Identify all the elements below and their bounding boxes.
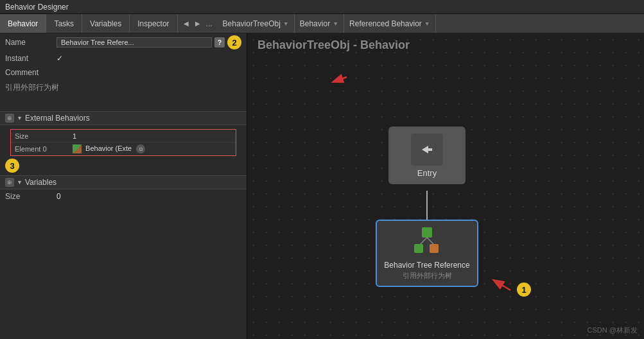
variables-search-icon: ⊕: [5, 178, 14, 187]
graph-title: BehaviorTreeObj - Behavior: [257, 39, 410, 52]
external-behaviors-content: Size 1 Element 0 Behavior (Exte ⊙ 3: [0, 125, 247, 175]
svg-rect-5: [414, 244, 423, 253]
instant-value: ✓: [57, 54, 63, 63]
main-content: Name Behavior Tree Refere... ? 2 Instant…: [0, 33, 644, 339]
help-button[interactable]: ?: [214, 37, 225, 48]
comment-label: Comment: [5, 68, 57, 77]
svg-rect-2: [422, 227, 432, 238]
name-label: Name: [5, 38, 57, 47]
btr-node[interactable]: Behavior Tree Reference 引用外部行为树: [376, 220, 478, 287]
instant-row: Instant ✓: [0, 51, 247, 65]
nav-dots: ...: [204, 19, 215, 28]
element-icon: [73, 144, 82, 153]
svg-line-3: [421, 238, 427, 244]
chevron-down-icon: ▼: [333, 21, 338, 27]
nav-area: ◀ ▶ ...: [178, 14, 218, 33]
external-behaviors-section: ⊕ ▼ External Behaviors: [0, 111, 247, 125]
variables-label: Variables: [25, 178, 57, 187]
size-label: Size: [15, 132, 73, 140]
inspector-panel: Name Behavior Tree Refere... ? 2 Instant…: [0, 33, 247, 339]
connection-lines: [247, 33, 644, 339]
var-size-row: Size 0: [0, 189, 247, 204]
external-behaviors-table: Size 1 Element 0 Behavior (Exte ⊙: [10, 129, 236, 156]
svg-line-4: [427, 238, 433, 244]
nav-back-button[interactable]: ◀: [180, 18, 192, 30]
btr-sublabel: 引用外部行为树: [403, 271, 452, 281]
toolbar: Behavior Tasks Variables Inspector ◀ ▶ .…: [0, 14, 644, 33]
watermark: CSDN @林新发: [587, 326, 638, 335]
variables-collapse-icon: ▼: [17, 179, 22, 186]
comment-row: Comment: [0, 65, 247, 80]
nav-forward-button[interactable]: ▶: [192, 18, 204, 30]
element-select-button[interactable]: ⊙: [136, 144, 145, 153]
size-value: 1: [73, 132, 232, 140]
collapse-triangle-icon: ▼: [17, 115, 22, 121]
external-behaviors-label: External Behaviors: [25, 114, 90, 123]
chevron-down-icon: ▼: [283, 21, 289, 27]
comment-text: 引用外部行为树: [0, 80, 247, 98]
title-bar: Behavior Designer: [0, 0, 644, 14]
annotation-arrows: [247, 33, 644, 339]
btr-tree-icon: [408, 226, 446, 257]
chevron-down-icon: ▼: [424, 21, 430, 27]
var-size-label: Size: [5, 192, 57, 201]
instant-label: Instant: [5, 54, 57, 63]
btr-label: Behavior Tree Reference: [384, 261, 469, 270]
element0-value: Behavior (Exte ⊙: [73, 144, 232, 154]
graph-panel[interactable]: BehaviorTreeObj - Behavior Entry: [247, 33, 644, 339]
entry-label: Entry: [417, 168, 437, 178]
tab-behavior[interactable]: Behavior: [0, 14, 46, 33]
element0-row: Element 0 Behavior (Exte ⊙: [11, 143, 236, 155]
svg-rect-6: [430, 244, 439, 253]
behavior-tree-obj-dropdown[interactable]: BehaviorTreeObj ▼: [218, 14, 295, 33]
referenced-behavior-dropdown[interactable]: Referenced Behavior ▼: [344, 14, 436, 33]
tab-inspector[interactable]: Inspector: [130, 14, 177, 33]
name-value: Behavior Tree Refere...: [57, 37, 212, 48]
name-row: Name Behavior Tree Refere... ? 2: [0, 33, 247, 51]
badge-2: 2: [227, 35, 241, 49]
element0-label: Element 0: [15, 145, 73, 153]
app-title: Behavior Designer: [5, 3, 69, 12]
tab-variables[interactable]: Variables: [82, 14, 130, 33]
tab-tasks[interactable]: Tasks: [46, 14, 82, 33]
section-search-icon: ⊕: [5, 114, 14, 123]
entry-node[interactable]: Entry: [388, 126, 466, 184]
badge-1: 1: [517, 282, 531, 297]
variables-section: ⊕ ▼ Variables: [0, 175, 247, 189]
var-size-value: 0: [57, 192, 241, 201]
badge-3: 3: [5, 159, 19, 173]
size-row: Size 1: [11, 130, 236, 143]
btr-icon-area: [408, 226, 446, 257]
entry-icon: [411, 134, 443, 166]
behavior-dropdown[interactable]: Behavior ▼: [295, 14, 344, 33]
